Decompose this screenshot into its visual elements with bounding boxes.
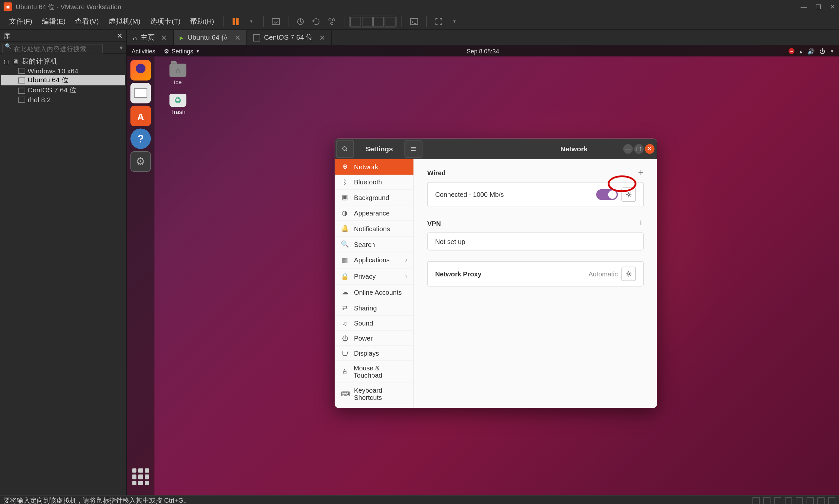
svg-point-6: [331, 22, 333, 24]
library-close-icon[interactable]: ✕: [117, 32, 123, 40]
sidebar-item-online-accounts[interactable]: ☁Online Accounts: [335, 285, 413, 300]
svg-point-13: [628, 194, 630, 196]
sidebar-item-keyboard[interactable]: ⌨Keyboard Shortcuts: [335, 383, 413, 406]
system-tray[interactable]: – ▴ 🔊 ⏻ ▼: [788, 48, 834, 54]
fullscreen-icon[interactable]: [434, 16, 444, 27]
desktop-icon-trash[interactable]: Trash: [161, 94, 194, 115]
sidebar-item-power[interactable]: ⏻Power: [335, 331, 413, 346]
sidebar-item-appearance[interactable]: ◑Appearance: [335, 205, 413, 221]
chevron-right-icon: ›: [405, 272, 407, 281]
add-vpn-button[interactable]: +: [638, 218, 644, 229]
centos-icon: [253, 34, 260, 41]
tab-centos[interactable]: CentOS 7 64 位 ✕: [247, 30, 332, 45]
menu-vm[interactable]: 虚拟机(M): [104, 14, 144, 28]
close-button[interactable]: ✕: [830, 3, 835, 11]
app-menu[interactable]: ⚙ Settings ▼: [164, 48, 200, 54]
sidebar-item-privacy[interactable]: 🔒Privacy›: [335, 269, 413, 285]
device-icon[interactable]: [817, 497, 825, 504]
dock-settings-icon[interactable]: [130, 151, 151, 172]
device-icon[interactable]: [796, 497, 803, 504]
sidebar-item-applications[interactable]: ▦Applications›: [335, 252, 413, 269]
sidebar-item-notifications[interactable]: 🔔Notifications: [335, 221, 413, 237]
menu-tabs[interactable]: 选项卡(T): [146, 14, 185, 28]
sidebar-item-background[interactable]: ▣Background: [335, 190, 413, 205]
proxy-settings-button[interactable]: [622, 267, 636, 281]
tree-item-centos[interactable]: CentOS 7 64 位: [1, 85, 125, 95]
view-mode-2-icon[interactable]: [362, 16, 373, 26]
tab-ubuntu[interactable]: ▸ Ubuntu 64 位 ✕: [174, 30, 247, 45]
network-proxy-row[interactable]: Network Proxy Automatic: [427, 261, 644, 287]
device-icon[interactable]: [828, 497, 835, 504]
svg-point-14: [628, 273, 630, 275]
sidebar-item-printers[interactable]: 🖶Printers: [335, 406, 413, 408]
desktop-icon-label: Trash: [171, 109, 186, 115]
dock-files-icon[interactable]: [130, 83, 151, 103]
tab-close-icon[interactable]: ✕: [161, 33, 167, 42]
tree-item-label: Ubuntu 64 位: [28, 76, 69, 85]
dock-firefox-icon[interactable]: [130, 60, 151, 80]
appearance-icon: ◑: [341, 209, 349, 217]
tab-home[interactable]: ⌂ 主页 ✕: [127, 30, 174, 45]
settings-minimize-button[interactable]: —: [623, 144, 633, 154]
activities-button[interactable]: Activities: [132, 48, 155, 54]
maximize-button[interactable]: ☐: [816, 3, 821, 11]
console-icon[interactable]: [409, 16, 420, 27]
tab-close-icon[interactable]: ✕: [319, 33, 325, 42]
device-icon[interactable]: [763, 497, 770, 504]
sidebar-item-search[interactable]: 🔍Search: [335, 237, 413, 252]
menu-view[interactable]: 查看(V): [71, 14, 103, 28]
tree-item-windows[interactable]: Windows 10 x64: [1, 67, 125, 75]
sidebar-item-network[interactable]: ⊕Network: [335, 159, 413, 175]
guest-viewport[interactable]: Activities ⚙ Settings ▼ Sep 8 08:34 – ▴ …: [127, 46, 839, 495]
settings-maximize-button[interactable]: ▢: [634, 144, 644, 154]
hamburger-menu-button[interactable]: [404, 140, 422, 158]
library-search-input[interactable]: [2, 43, 103, 53]
device-icon[interactable]: [807, 497, 814, 504]
device-icon[interactable]: [774, 497, 781, 504]
vmware-app-icon: ▣: [4, 2, 12, 11]
vpn-status: Not set up: [435, 238, 636, 245]
dock-software-icon[interactable]: [130, 106, 151, 126]
device-icon[interactable]: [752, 497, 760, 504]
minimize-button[interactable]: —: [801, 3, 807, 11]
menu-help[interactable]: 帮助(H): [186, 14, 218, 28]
dropdown-2-icon[interactable]: ▾: [449, 16, 460, 27]
snapshot-send-icon[interactable]: [271, 16, 281, 27]
menu-file[interactable]: 文件(F): [5, 14, 37, 28]
dock-apps-grid-icon[interactable]: [132, 468, 149, 485]
snapshot-revert-icon[interactable]: [311, 16, 322, 27]
notification-badge-icon[interactable]: –: [788, 48, 794, 54]
view-mode-4-icon[interactable]: [385, 16, 396, 26]
snapshot-take-icon[interactable]: [295, 16, 306, 27]
tree-root[interactable]: ▢ 🖥 我的计算机: [1, 56, 125, 67]
sidebar-item-sharing[interactable]: ⇄Sharing: [335, 300, 413, 316]
tree-item-ubuntu[interactable]: Ubuntu 64 位: [1, 75, 125, 85]
tree-item-rhel[interactable]: rhel 8.2: [1, 96, 125, 104]
view-mode-3-icon[interactable]: [373, 16, 384, 26]
vm-icon: [18, 96, 25, 103]
computer-icon: 🖥: [12, 58, 19, 65]
dock-help-icon[interactable]: ?: [130, 128, 151, 149]
sidebar-item-sound[interactable]: ♫Sound: [335, 316, 413, 331]
sidebar-item-displays[interactable]: 🖵Displays: [335, 346, 413, 361]
snapshot-manage-icon[interactable]: [327, 16, 337, 27]
desktop-icon-home[interactable]: ice: [161, 64, 194, 85]
view-mode-1-icon[interactable]: [351, 16, 362, 26]
sidebar-item-label: Notifications: [354, 225, 390, 232]
clock[interactable]: Sep 8 08:34: [467, 48, 499, 54]
wired-toggle[interactable]: [596, 189, 618, 200]
wired-settings-button[interactable]: [622, 187, 636, 202]
tab-close-icon[interactable]: ✕: [235, 33, 241, 42]
pause-icon[interactable]: [230, 16, 241, 27]
menu-edit[interactable]: 编辑(E): [38, 14, 70, 28]
expander-icon[interactable]: ▢: [4, 59, 10, 65]
sidebar-item-mouse[interactable]: 🖱Mouse & Touchpad: [335, 361, 413, 383]
settings-search-button[interactable]: [336, 140, 354, 158]
add-wired-button[interactable]: +: [638, 168, 644, 179]
device-icon[interactable]: [785, 497, 792, 504]
dropdown-icon[interactable]: ▾: [246, 16, 257, 27]
vm-icon: [18, 87, 25, 93]
sidebar-item-bluetooth[interactable]: ᛒBluetooth: [335, 175, 413, 190]
search-dropdown-icon[interactable]: ▼: [118, 45, 124, 51]
settings-close-button[interactable]: ✕: [645, 144, 654, 154]
